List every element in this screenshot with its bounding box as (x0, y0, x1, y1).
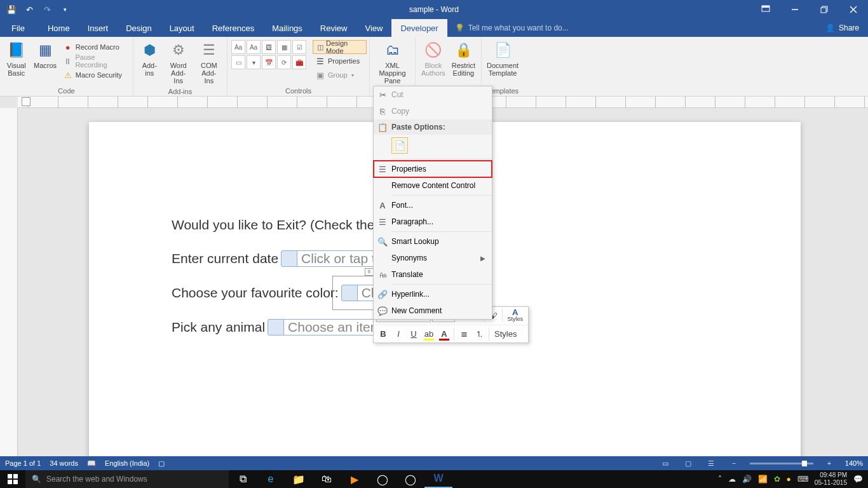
visual-basic-button[interactable]: 📘Visual Basic (3, 39, 30, 78)
restrict-editing-button[interactable]: 🔒Restrict Editing (449, 39, 478, 78)
status-language[interactable]: English (India) (105, 459, 149, 467)
design-mode-button[interactable]: ◫Design Mode (313, 40, 367, 54)
cm-translate[interactable]: 🗛Translate (374, 266, 492, 283)
cm-font[interactable]: AFont... (374, 197, 492, 214)
tab-mailings[interactable]: Mailings (263, 19, 311, 37)
cm-smart-lookup[interactable]: 🔍Smart Lookup (374, 233, 492, 250)
restore-button[interactable] (810, 0, 839, 19)
status-words[interactable]: 34 words (50, 459, 78, 467)
tab-layout[interactable]: Layout (161, 19, 203, 37)
web-layout-button[interactable]: ☰ (704, 458, 718, 469)
chrome-icon[interactable]: ◯ (369, 470, 397, 488)
vertical-ruler[interactable] (0, 108, 18, 456)
styles-button[interactable]: AStyles (505, 309, 526, 323)
tray-app-icon[interactable]: ✿ (774, 475, 780, 484)
properties-icon: ☰ (315, 56, 325, 66)
status-page[interactable]: Page 1 of 1 (5, 459, 41, 467)
zoom-in-button[interactable]: + (822, 458, 836, 469)
window-title: sample - Word (409, 5, 459, 14)
share-button[interactable]: 👤 Share (817, 19, 868, 37)
word-addins-button[interactable]: ⚙Word Add-Ins (163, 39, 194, 86)
paste-keep-text-icon[interactable]: 📄 (391, 137, 408, 154)
tab-view[interactable]: View (356, 19, 391, 37)
xml-mapping-button[interactable]: 🗂XML Mapping Pane (372, 39, 412, 86)
cm-new-comment[interactable]: 💬New Comment (374, 302, 492, 319)
highlight-button[interactable]: ab (422, 327, 436, 341)
tab-developer[interactable]: Developer (391, 19, 447, 37)
cm-synonyms[interactable]: Synonyms▶ (374, 250, 492, 266)
tab-references[interactable]: References (203, 19, 263, 37)
volume-icon[interactable]: 🔊 (742, 475, 752, 484)
cm-remove-control[interactable]: Remove Content Control (374, 177, 492, 194)
start-button[interactable] (0, 470, 25, 488)
minimize-button[interactable] (780, 0, 810, 19)
print-layout-button[interactable]: ▢ (681, 458, 695, 469)
close-button[interactable] (839, 0, 868, 19)
tab-home[interactable]: Home (39, 19, 79, 37)
tab-review[interactable]: Review (311, 19, 356, 37)
control-plaintext-button[interactable]: Aa (247, 40, 261, 54)
italic-button[interactable]: I (391, 327, 405, 341)
taskbar-clock[interactable]: 09:48 PM 05-11-2015 (815, 471, 847, 487)
qat-more-icon[interactable]: ▾ (57, 2, 72, 17)
bullets-button[interactable]: ≣ (457, 327, 471, 341)
control-combobox-button[interactable]: ▭ (231, 55, 245, 69)
underline-button[interactable]: U (407, 327, 421, 341)
taskbar-search[interactable]: 🔍Search the web and Windows (25, 470, 229, 488)
tab-file[interactable]: File (0, 19, 39, 37)
control-richtext-button[interactable]: Aa (231, 40, 245, 54)
animal-content-control[interactable]: Choose an item. (268, 319, 390, 336)
styles-dropdown-button[interactable]: Styles (492, 327, 519, 341)
control-legacy-button[interactable]: 🧰 (292, 55, 306, 69)
macro-record-status-icon[interactable]: ▢ (158, 459, 165, 468)
tab-design[interactable]: Design (117, 19, 160, 37)
store-icon[interactable]: 🛍 (313, 470, 341, 488)
zoom-out-button[interactable]: − (727, 458, 741, 469)
tab-insert[interactable]: Insert (79, 19, 118, 37)
read-mode-button[interactable]: ▭ (658, 458, 672, 469)
block-authors-button[interactable]: 🚫Block Authors (418, 39, 449, 78)
com-addins-button[interactable]: ☰COM Add-Ins (194, 39, 224, 86)
tray-app-icon-2[interactable]: ● (787, 475, 791, 484)
tell-me-search[interactable]: 💡 Tell me what you want to do... (447, 19, 569, 37)
ribbon-options-icon[interactable] (751, 0, 780, 19)
cm-paragraph[interactable]: ☰Paragraph... (374, 214, 492, 230)
media-player-icon[interactable]: ▶ (341, 470, 369, 488)
tray-up-icon[interactable]: ˄ (718, 475, 722, 484)
control-repeating-button[interactable]: ⟳ (277, 55, 291, 69)
control-checkbox-button[interactable]: ☑ (292, 40, 306, 54)
control-dropdown-button[interactable]: ▾ (247, 55, 261, 69)
zoom-level[interactable]: 140% (845, 459, 863, 467)
onedrive-icon[interactable]: ☁ (728, 475, 736, 484)
font-color-button[interactable]: A (437, 327, 451, 341)
pause-recording-button[interactable]: ⏸Pause Recording (60, 54, 130, 68)
macros-button[interactable]: ▦Macros (30, 39, 60, 71)
save-icon[interactable]: 💾 (4, 2, 19, 17)
task-view-icon[interactable]: ⧉ (229, 470, 257, 488)
control-datepicker-button[interactable]: 📅 (262, 55, 276, 69)
cm-hyperlink[interactable]: 🔗Hyperlink... (374, 286, 492, 302)
document-template-button[interactable]: 📄Document Template (484, 39, 521, 78)
edge-icon[interactable]: e (257, 470, 285, 488)
file-explorer-icon[interactable]: 📁 (285, 470, 313, 488)
cm-properties[interactable]: ☰Properties (374, 161, 492, 177)
group-button[interactable]: ▣Group▾ (313, 68, 367, 82)
redo-icon[interactable]: ↷ (39, 2, 55, 17)
control-buildingblock-button[interactable]: ▦ (277, 40, 291, 54)
addins-button[interactable]: ⬢Add- ins (136, 39, 163, 78)
chrome-icon-2[interactable]: ◯ (397, 470, 424, 488)
notifications-icon[interactable]: 💬 (853, 475, 863, 484)
numbering-button[interactable]: ⒈ (472, 327, 486, 341)
bold-button[interactable]: B (376, 327, 390, 341)
zoom-slider[interactable] (750, 463, 813, 464)
record-macro-button[interactable]: ●Record Macro (60, 40, 130, 54)
keyboard-icon[interactable]: ⌨ (797, 475, 808, 484)
tab-selector[interactable] (22, 97, 31, 106)
spellcheck-icon[interactable]: 📖 (87, 459, 96, 468)
wifi-icon[interactable]: 📶 (758, 475, 768, 484)
macro-security-button[interactable]: ⚠Macro Security (60, 68, 130, 82)
control-picture-button[interactable]: 🖼 (262, 40, 276, 54)
properties-button[interactable]: ☰Properties (313, 54, 367, 68)
undo-icon[interactable]: ↶ (22, 2, 37, 17)
word-icon[interactable]: W (424, 470, 452, 488)
